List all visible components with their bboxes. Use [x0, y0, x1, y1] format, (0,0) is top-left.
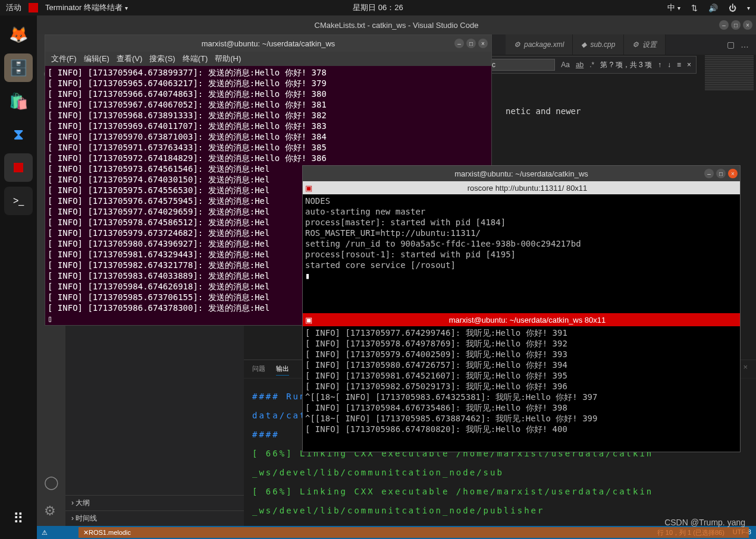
watermark: CSDN @Trump. yang [664, 518, 745, 527]
vscode-titlebar[interactable]: CMakeLists.txt - catkin_ws - Visual Stud… [37, 15, 756, 34]
terminator-pane-2: ▣marxist@ubuntu: ~/userdata/catkin_ws 80… [303, 313, 740, 452]
dock-vscode[interactable]: ⧗ [4, 120, 33, 149]
find-regex[interactable]: .* [589, 61, 594, 69]
active-app-name[interactable]: Terminator 终端终结者 ▾ [45, 2, 128, 13]
minimize-button[interactable]: – [719, 20, 729, 30]
outline-section[interactable]: › 大纲 [65, 495, 244, 510]
find-widget: Aa ab .* 第 ? 项，共 3 项 ↑ ↓ ≡ × [478, 56, 697, 74]
menu-edit[interactable]: 编辑(E) [81, 53, 112, 64]
menu-terminal[interactable]: 终端(T) [180, 53, 211, 64]
menu-file[interactable]: 文件(F) [49, 53, 79, 64]
panel-tab-problems[interactable]: 问题 [252, 363, 265, 376]
input-method[interactable]: 中 ▾ [667, 2, 680, 13]
clock[interactable]: 星期日 06：26 [353, 2, 403, 13]
vscode-title-text: CMakeLists.txt - catkin_ws - Visual Stud… [315, 21, 479, 30]
tab-sub-cpp[interactable]: ◆ sub.cpp [573, 34, 624, 55]
tab-settings[interactable]: ⚙ 设置 [624, 34, 666, 55]
menu-help[interactable]: 帮助(H) [212, 53, 243, 64]
dock-firefox[interactable]: 🦊 [4, 20, 33, 49]
dock-terminator[interactable] [4, 153, 33, 182]
gnome-terminal-title: marxist@ubuntu: ~/userdata/catkin_ws [202, 39, 335, 48]
menu-search[interactable]: 搜索(S) [147, 53, 177, 64]
pane2-body[interactable]: [ INFO] [1713705977.674299746]: 我听见:Hell… [303, 326, 740, 452]
dock: 🦊 🗄️ 🛍️ ⧗ >_ ⠿ [0, 15, 37, 539]
gnome-terminal-titlebar[interactable]: marxist@ubuntu: ~/userdata/catkin_ws – □… [45, 35, 491, 52]
gnome-terminal-menubar: 文件(F) 编辑(E) 查看(V) 搜索(S) 终端(T) 帮助(H) [45, 52, 491, 66]
network-icon[interactable]: ⇅ [691, 4, 698, 12]
activities-button[interactable]: 活动 [6, 2, 21, 13]
maximize-button[interactable]: □ [466, 39, 476, 48]
gnome-top-bar: 活动 Terminator 终端终结者 ▾ 星期日 06：26 中 ▾ ⇅ 🔊 … [0, 0, 756, 15]
terminator-pane-1: ▣roscore http://ubuntu:11311/ 80x11 NODE… [303, 181, 740, 313]
terminator-title: marxist@ubuntu: ~/userdata/catkin_ws [454, 169, 588, 178]
volume-icon[interactable]: 🔊 [708, 4, 718, 12]
account-icon[interactable]: ◯ [44, 475, 59, 490]
terminator-icon [29, 3, 38, 12]
dock-software[interactable]: 🛍️ [4, 87, 33, 115]
ros-status-bar[interactable]: ✕ ROS1.melodic [79, 527, 749, 538]
close-button[interactable]: × [478, 39, 488, 48]
dock-terminal[interactable]: >_ [4, 187, 33, 215]
status-remote-icon[interactable]: ⚠ [42, 529, 48, 537]
terminator-titlebar[interactable]: marxist@ubuntu: ~/userdata/catkin_ws – □… [303, 166, 740, 181]
app-grid-button[interactable]: ⠿ [4, 505, 33, 533]
more-actions-icon[interactable]: … [741, 40, 749, 49]
pane2-title[interactable]: ▣marxist@ubuntu: ~/userdata/catkin_ws 80… [303, 313, 740, 326]
minimize-button[interactable]: – [704, 169, 714, 178]
find-selection-icon[interactable]: ≡ [677, 61, 681, 69]
menu-view[interactable]: 查看(V) [114, 53, 145, 64]
pane1-title[interactable]: ▣roscore http://ubuntu:11311/ 80x11 [303, 181, 740, 194]
find-whole-word[interactable]: ab [576, 61, 584, 69]
panel-tab-output[interactable]: 输出 [276, 363, 289, 376]
maximize-button[interactable]: □ [731, 20, 741, 30]
find-prev-icon[interactable]: ↑ [658, 61, 661, 69]
close-button[interactable]: × [728, 169, 738, 178]
dock-files[interactable]: 🗄️ [4, 53, 33, 82]
pane1-body[interactable]: NODESauto-starting new masterprocess[mas… [303, 194, 740, 313]
find-close-icon[interactable]: × [687, 61, 691, 69]
find-input[interactable] [484, 59, 555, 71]
settings-gear-icon[interactable]: ⚙ [44, 503, 59, 519]
find-match-case[interactable]: Aa [561, 61, 570, 69]
system-menu-chevron[interactable]: ▾ [747, 5, 750, 11]
timeline-section[interactable]: › 时间线 [65, 510, 244, 526]
power-icon[interactable]: ⏻ [729, 4, 736, 12]
split-editor-icon[interactable]: ▢ [727, 40, 735, 49]
maximize-button[interactable]: □ [716, 169, 726, 178]
find-status: 第 ? 项，共 3 项 [600, 60, 652, 70]
tab-package-xml[interactable]: ⚙ package.xml [506, 34, 573, 55]
terminator-window: marxist@ubuntu: ~/userdata/catkin_ws – □… [302, 165, 741, 452]
close-button[interactable]: × [743, 20, 752, 30]
find-next-icon[interactable]: ↓ [667, 61, 671, 69]
minimize-button[interactable]: – [454, 39, 464, 48]
